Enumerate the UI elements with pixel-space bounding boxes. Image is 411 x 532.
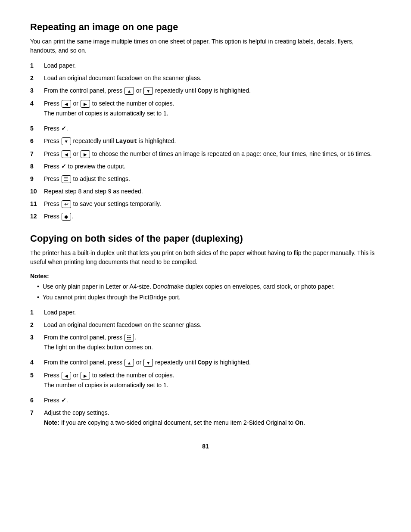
step-6: 6 Press repeatedly until Layout is highl… (30, 137, 381, 146)
arrow-left3-icon (62, 372, 71, 380)
step-9: 9 Press ☰ to adjust the settings. (30, 174, 381, 184)
arrow-right3-icon (81, 372, 90, 380)
arrow-right2-icon (81, 150, 90, 158)
menu-icon: ☰ (62, 175, 71, 183)
arrow-left-icon (62, 100, 71, 108)
section-repeating-image: Repeating an image on one page You can p… (30, 22, 381, 221)
step-12: 12 Press ◆. (30, 212, 381, 221)
s2-step-5-subnote: The number of copies is automatically se… (44, 381, 381, 390)
note-item-1: Use only plain paper in Letter or A4-siz… (37, 282, 381, 291)
section-duplexing: Copying on both sides of the paper (dupl… (30, 233, 381, 430)
notes-label: Notes: (30, 273, 381, 280)
page-number: 81 (30, 443, 381, 450)
notes-list: Use only plain paper in Letter or A4-siz… (30, 282, 381, 302)
step-4-subnote: The number of copies is automatically se… (44, 109, 381, 118)
step-10: 10 Repeat step 8 and step 9 as needed. (30, 187, 381, 196)
s2-step-7-wrapper: 7 Adjust the copy settings. Note: If you… (30, 408, 381, 430)
section2-steps: 1 Load paper. 2 Load an original documen… (30, 308, 381, 430)
step-2: 2 Load an original document facedown on … (30, 74, 381, 83)
arrow-left2-icon (62, 150, 71, 158)
start-icon: ◆ (62, 213, 71, 221)
step-8: 8 Press ✓ to preview the output. (30, 162, 381, 171)
back-icon: ↩ (62, 200, 71, 208)
note-item-2: You cannot print duplex through the Pict… (37, 293, 381, 302)
step-4-wrapper: 4 Press or to select the number of copie… (30, 99, 381, 121)
step-7: 7 Press or to choose the number of times… (30, 149, 381, 159)
duplex-icon: ☷ (125, 334, 134, 342)
section2-intro: The printer has a built-in duplex unit t… (30, 249, 381, 267)
s2-step-2: 2 Load an original document facedown on … (30, 320, 381, 330)
section1-steps: 1 Load paper. 2 Load an original documen… (30, 61, 381, 221)
arrow-down2-icon (62, 137, 71, 145)
step-3: 3 From the control panel, press or repea… (30, 86, 381, 96)
arrow-down-icon (143, 87, 153, 95)
step-11: 11 Press ↩ to save your settings tempora… (30, 199, 381, 208)
s2-step-7-subnote: Note: If you are copying a two-sided ori… (44, 418, 381, 427)
section2-title: Copying on both sides of the paper (dupl… (30, 233, 381, 244)
step-5: 5 Press ✓. (30, 124, 381, 133)
arrow-up-icon (125, 87, 134, 95)
s2-step-4: 4 From the control panel, press or repea… (30, 358, 381, 367)
section1-title: Repeating an image on one page (30, 22, 381, 33)
s2-step-6: 6 Press ✓. (30, 396, 381, 405)
arrow-right-icon (81, 100, 90, 108)
s2-step-3-subnote: The light on the duplex button comes on. (44, 343, 381, 352)
section1-intro: You can print the same image multiple ti… (30, 37, 381, 55)
step-1: 1 Load paper. (30, 61, 381, 70)
s2-step-5-wrapper: 5 Press or to select the number of copie… (30, 371, 381, 392)
arrow-down3-icon (143, 359, 153, 367)
arrow-up2-icon (125, 359, 134, 367)
s2-step-3-wrapper: 3 From the control panel, press ☷. The l… (30, 333, 381, 355)
s2-step-1: 1 Load paper. (30, 308, 381, 317)
